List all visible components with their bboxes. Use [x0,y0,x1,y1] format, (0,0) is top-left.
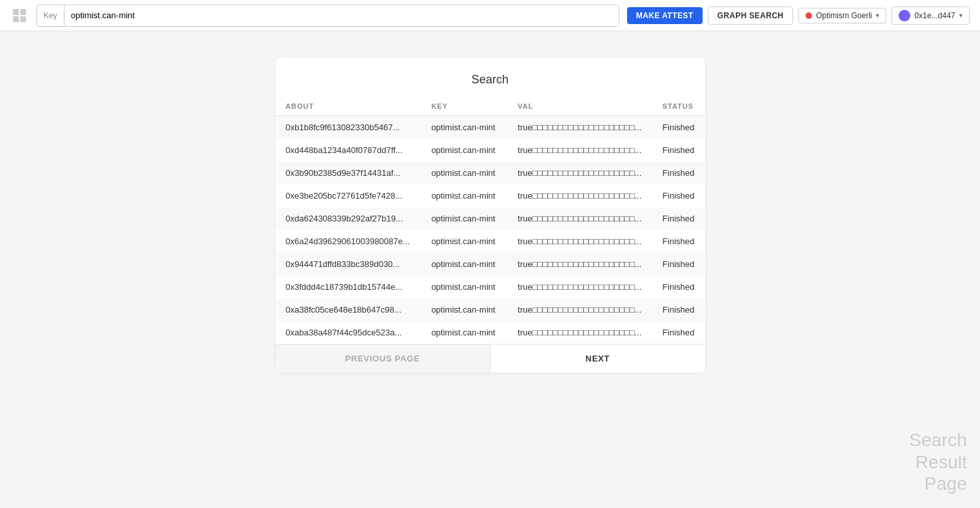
cell-status: Finished [652,275,705,298]
cell-key: optimist.can-mint [421,253,507,275]
app-header: Key MAKE ATTEST GRAPH SEARCH Optimism Go… [0,0,980,31]
table-row[interactable]: 0x6a24d39629061003980087e...optimist.can… [275,230,705,253]
cell-val: true□□□□□□□□□□□□□□□□□□□□... [507,184,652,207]
cell-key: optimist.can-mint [421,162,507,184]
cell-key: optimist.can-mint [421,275,507,298]
results-tbody: 0xb1b8fc9f613082330b5467...optimist.can-… [275,116,705,345]
cell-val: true□□□□□□□□□□□□□□□□□□□□... [507,230,652,253]
cell-status: Finished [652,116,705,139]
cell-val: true□□□□□□□□□□□□□□□□□□□□... [507,253,652,275]
cell-status: Finished [652,321,705,344]
svg-rect-2 [13,16,19,22]
cell-about: 0xd448ba1234a40f0787dd7ff... [275,139,421,162]
cell-status: Finished [652,184,705,207]
cell-val: true□□□□□□□□□□□□□□□□□□□□... [507,298,652,321]
cell-key: optimist.can-mint [421,321,507,344]
network-status-dot [805,12,812,19]
table-row[interactable]: 0xaba38a487f44c95dce523a...optimist.can-… [275,321,705,344]
cell-status: Finished [652,230,705,253]
wallet-selector[interactable]: 0x1e...d447 ▾ [891,7,970,25]
table-header-row: ABOUT KEY VAL STATUS [275,97,705,116]
table-row[interactable]: 0xda624308339b292af27b19...optimist.can-… [275,207,705,230]
cell-about: 0xaba38a487f44c95dce523a... [275,321,421,344]
search-key-label: Key [37,5,64,26]
cell-status: Finished [652,298,705,321]
table-row[interactable]: 0x3fddd4c18739b1db15744e...optimist.can-… [275,275,705,298]
search-panel: Search ABOUT KEY VAL STATUS 0xb1b8fc9f61… [275,57,705,373]
make-attest-button[interactable]: MAKE ATTEST [627,7,703,24]
cell-about: 0xa38fc05ce648e18b647c98... [275,298,421,321]
cell-status: Finished [652,253,705,275]
col-header-status: STATUS [652,97,705,116]
chevron-down-icon: ▾ [876,12,879,19]
table-row[interactable]: 0xe3be205bc72761d5fe7428...optimist.can-… [275,184,705,207]
table-row[interactable]: 0xa38fc05ce648e18b647c98...optimist.can-… [275,298,705,321]
col-header-about: ABOUT [275,97,421,116]
pagination: PREVIOUS PAGE NEXT [275,344,705,373]
cell-val: true□□□□□□□□□□□□□□□□□□□□... [507,139,652,162]
cell-about: 0x3fddd4c18739b1db15744e... [275,275,421,298]
cell-val: true□□□□□□□□□□□□□□□□□□□□... [507,207,652,230]
main-content: Search ABOUT KEY VAL STATUS 0xb1b8fc9f61… [0,31,980,399]
cell-key: optimist.can-mint [421,116,507,139]
cell-key: optimist.can-mint [421,207,507,230]
cell-val: true□□□□□□□□□□□□□□□□□□□□... [507,162,652,184]
cell-val: true□□□□□□□□□□□□□□□□□□□□... [507,116,652,139]
cell-about: 0xe3be205bc72761d5fe7428... [275,184,421,207]
table-row[interactable]: 0x944471dffd833bc389d030...optimist.can-… [275,253,705,275]
app-logo[interactable] [10,7,29,25]
cell-status: Finished [652,162,705,184]
cell-about: 0xda624308339b292af27b19... [275,207,421,230]
header-actions: MAKE ATTEST GRAPH SEARCH Optimism Goerli… [627,7,970,25]
cell-key: optimist.can-mint [421,230,507,253]
search-input[interactable] [64,5,619,26]
cell-val: true□□□□□□□□□□□□□□□□□□□□... [507,275,652,298]
svg-rect-1 [20,9,26,15]
network-selector[interactable]: Optimism Goerli ▾ [798,8,886,23]
graph-search-button[interactable]: GRAPH SEARCH [708,7,794,25]
cell-about: 0x3b90b2385d9e37f14431af... [275,162,421,184]
cell-key: optimist.can-mint [421,298,507,321]
col-header-val: VAL [507,97,652,116]
cell-about: 0xb1b8fc9f613082330b5467... [275,116,421,139]
svg-rect-3 [20,16,26,22]
wallet-avatar [899,10,910,21]
table-row[interactable]: 0x3b90b2385d9e37f14431af...optimist.can-… [275,162,705,184]
cell-status: Finished [652,139,705,162]
col-header-key: KEY [421,97,507,116]
svg-rect-0 [13,9,19,15]
cell-key: optimist.can-mint [421,139,507,162]
cell-val: true□□□□□□□□□□□□□□□□□□□□... [507,321,652,344]
table-row[interactable]: 0xb1b8fc9f613082330b5467...optimist.can-… [275,116,705,139]
search-panel-title: Search [275,73,705,87]
results-table: ABOUT KEY VAL STATUS 0xb1b8fc9f613082330… [275,97,705,344]
cell-status: Finished [652,207,705,230]
network-label: Optimism Goerli [816,11,872,20]
chevron-down-icon-wallet: ▾ [959,12,962,19]
cell-about: 0x944471dffd833bc389d030... [275,253,421,275]
wallet-label: 0x1e...d447 [914,11,955,20]
cell-key: optimist.can-mint [421,184,507,207]
cell-about: 0x6a24d39629061003980087e... [275,230,421,253]
previous-page-button: PREVIOUS PAGE [275,345,490,373]
next-page-button[interactable]: NEXT [490,345,705,373]
search-bar: Key [36,5,619,27]
table-row[interactable]: 0xd448ba1234a40f0787dd7ff...optimist.can… [275,139,705,162]
